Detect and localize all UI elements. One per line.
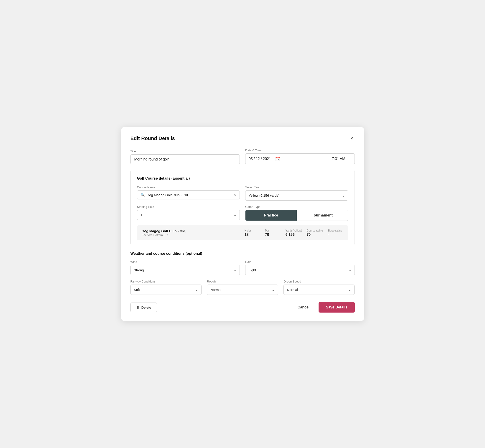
hole-gametype-row: Starting Hole 1 ⌄ Game Type Practice Tou… [137, 205, 348, 221]
par-value: 70 [265, 233, 269, 237]
course-name-input-wrap[interactable]: 🔍 ✕ [137, 190, 240, 200]
date-value: 05 / 12 / 2021 [249, 157, 271, 161]
chevron-down-icon-7: ⌄ [348, 288, 351, 292]
edit-round-modal: Edit Round Details × Title Date & Time 0… [121, 127, 364, 321]
rain-label: Rain [245, 260, 355, 264]
rough-group: Rough Normal ⌄ [207, 280, 278, 295]
select-tee-value: Yellow (6,156 yards) [249, 193, 279, 197]
slope-rating-value: - [328, 233, 329, 237]
holes-label: Holes [244, 229, 252, 232]
course-name-group: Course Name 🔍 ✕ [137, 185, 240, 200]
wind-label: Wind [130, 260, 240, 264]
course-rating-value: 70 [307, 233, 311, 237]
search-icon: 🔍 [140, 193, 145, 197]
chevron-down-icon-2: ⌄ [233, 213, 236, 217]
delete-label: Delete [141, 305, 151, 309]
fairway-dropdown[interactable]: Soft ⌄ [130, 285, 202, 295]
course-holes-stat: Holes 18 [240, 229, 260, 237]
wind-dropdown[interactable]: Strong ⌄ [130, 265, 240, 275]
chevron-down-icon: ⌄ [342, 193, 345, 198]
modal-title: Edit Round Details [130, 136, 175, 141]
chevron-down-icon-5: ⌄ [195, 288, 198, 292]
time-value: 7:31 AM [332, 157, 345, 161]
yards-value: 6,156 [285, 233, 295, 237]
chevron-down-icon-3: ⌄ [233, 268, 236, 272]
fairway-value: Soft [134, 288, 140, 292]
starting-hole-group: Starting Hole 1 ⌄ [137, 205, 240, 221]
course-name-block: Gog Magog Golf Club - Old, Shelford Bott… [142, 229, 240, 237]
starting-hole-value: 1 [140, 213, 142, 217]
conditions-row: Fairway Conditions Soft ⌄ Rough Normal ⌄… [130, 280, 355, 295]
game-type-group: Game Type Practice Tournament [245, 205, 348, 221]
datetime-field-group: Date & Time 05 / 12 / 2021 📅 7:31 AM [245, 149, 355, 164]
title-field-group: Title [130, 150, 240, 164]
holes-value: 18 [244, 233, 249, 237]
save-button[interactable]: Save Details [319, 302, 355, 312]
tournament-button[interactable]: Tournament [297, 210, 348, 221]
trash-icon: 🗑 [136, 305, 140, 309]
rough-label: Rough [207, 280, 278, 283]
title-datetime-row: Title Date & Time 05 / 12 / 2021 📅 7:31 … [130, 149, 355, 164]
chevron-down-icon-4: ⌄ [348, 268, 351, 272]
fairway-label: Fairway Conditions [130, 280, 202, 283]
slope-rating-stat: Slope rating - [323, 229, 344, 237]
footer-right: Cancel Save Details [294, 302, 355, 312]
green-speed-label: Green Speed [283, 280, 355, 283]
clear-icon[interactable]: ✕ [233, 193, 236, 197]
green-speed-group: Green Speed Normal ⌄ [283, 280, 355, 295]
rain-dropdown[interactable]: Light ⌄ [245, 265, 355, 275]
course-info-row: Gog Magog Golf Club - Old, Shelford Bott… [137, 225, 348, 240]
course-name-input[interactable] [147, 193, 232, 197]
title-label: Title [130, 150, 240, 153]
rain-group: Rain Light ⌄ [245, 260, 355, 275]
course-rating-label: Course rating [307, 229, 323, 232]
cancel-button[interactable]: Cancel [294, 303, 313, 312]
weather-title: Weather and course conditions (optional) [130, 252, 355, 256]
game-type-toggle: Practice Tournament [245, 210, 348, 221]
chevron-down-icon-6: ⌄ [272, 288, 275, 292]
select-tee-dropdown[interactable]: Yellow (6,156 yards) ⌄ [245, 190, 348, 200]
weather-section: Weather and course conditions (optional)… [130, 252, 355, 295]
modal-header: Edit Round Details × [130, 136, 355, 141]
starting-hole-dropdown[interactable]: 1 ⌄ [137, 210, 240, 220]
datetime-row: 05 / 12 / 2021 📅 7:31 AM [245, 153, 355, 164]
golf-course-section: Golf Course details (Essential) Course N… [130, 170, 355, 245]
yards-label: Yards(Yellow) [285, 229, 302, 232]
course-rating-stat: Course rating 70 [302, 229, 323, 237]
wind-rain-row: Wind Strong ⌄ Rain Light ⌄ [130, 260, 355, 275]
course-location: Shelford Bottom, UK [142, 233, 240, 237]
practice-button[interactable]: Practice [245, 210, 297, 221]
course-tee-row: Course Name 🔍 ✕ Select Tee Yellow (6,156… [137, 185, 348, 200]
calendar-icon: 📅 [275, 156, 280, 161]
golf-section-title: Golf Course details (Essential) [137, 176, 348, 181]
game-type-label: Game Type [245, 205, 348, 208]
rain-value: Light [249, 268, 256, 272]
green-speed-dropdown[interactable]: Normal ⌄ [283, 285, 355, 295]
fairway-group: Fairway Conditions Soft ⌄ [130, 280, 202, 295]
course-main-name: Gog Magog Golf Club - Old, [142, 229, 240, 233]
date-input[interactable]: 05 / 12 / 2021 📅 [245, 153, 323, 164]
modal-footer: 🗑 Delete Cancel Save Details [130, 302, 355, 312]
delete-button[interactable]: 🗑 Delete [130, 303, 157, 312]
wind-group: Wind Strong ⌄ [130, 260, 240, 275]
close-button[interactable]: × [349, 136, 355, 141]
rough-dropdown[interactable]: Normal ⌄ [207, 285, 278, 295]
course-name-label: Course Name [137, 185, 240, 189]
title-input[interactable] [130, 154, 240, 164]
course-par-stat: Par 70 [260, 229, 281, 237]
select-tee-group: Select Tee Yellow (6,156 yards) ⌄ [245, 185, 348, 200]
time-input[interactable]: 7:31 AM [323, 153, 355, 164]
rough-value: Normal [210, 288, 221, 292]
course-yards-stat: Yards(Yellow) 6,156 [281, 229, 302, 237]
wind-value: Strong [134, 268, 144, 272]
green-speed-value: Normal [287, 288, 298, 292]
par-label: Par [265, 229, 269, 232]
slope-rating-label: Slope rating [328, 229, 342, 232]
select-tee-label: Select Tee [245, 185, 348, 189]
datetime-label: Date & Time [245, 149, 355, 152]
starting-hole-label: Starting Hole [137, 205, 240, 208]
